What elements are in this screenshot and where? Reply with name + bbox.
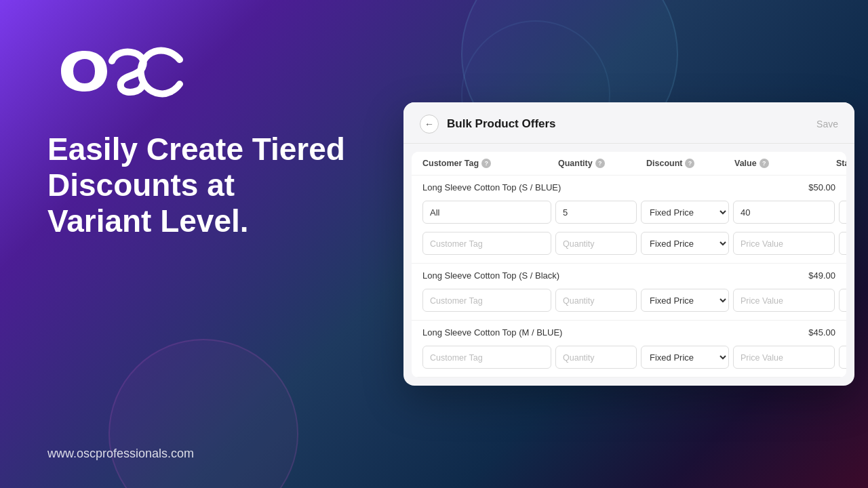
th-discount: Discount ? <box>646 159 734 168</box>
product-section-3: Long Sleeve Cotton Top (M / BLUE) $45.00… <box>412 321 846 378</box>
right-panel: ← Bulk Product Offers Save Customer Tag … <box>403 102 854 386</box>
th-quantity: Quantity ? <box>558 159 646 168</box>
tagline: Easily Create Tiered Discounts at Varian… <box>47 131 346 239</box>
add-row-3: Fixed Price Percentage Add <box>412 342 846 377</box>
filled-row-1: Fixed Price Percentage Disable <box>412 197 846 228</box>
card-header-left: ← Bulk Product Offers <box>420 115 556 134</box>
product-row-2: Long Sleeve Cotton Top (S / Black) $49.0… <box>412 264 846 285</box>
add-row-1: Fixed Price Percentage Add <box>412 228 846 263</box>
info-icon-discount: ? <box>685 159 694 168</box>
value-input-3[interactable] <box>733 346 835 369</box>
table-header: Customer Tag ? Quantity ? Discount ? Val… <box>412 152 846 176</box>
customer-tag-input-1[interactable] <box>422 232 551 255</box>
website-url: www.oscprofessionals.com <box>47 447 346 461</box>
customer-tag-input-2[interactable] <box>422 289 551 312</box>
discount-select-3[interactable]: Fixed Price Percentage <box>641 346 729 369</box>
customer-tag-input-3[interactable] <box>422 346 551 369</box>
add-row-2: Fixed Price Percentage Add <box>412 285 846 320</box>
product-name-3: Long Sleeve Cotton Top (M / BLUE) <box>422 327 562 338</box>
save-button[interactable]: Save <box>816 119 838 129</box>
product-price-2: $49.00 <box>808 270 835 281</box>
logo-area <box>47 41 346 104</box>
th-value: Value ? <box>734 159 836 168</box>
value-input-filled[interactable] <box>733 201 835 224</box>
info-icon-value: ? <box>760 159 769 168</box>
product-name-2: Long Sleeve Cotton Top (S / Black) <box>422 270 559 281</box>
card-title: Bulk Product Offers <box>447 117 556 131</box>
discount-select-filled[interactable]: Fixed Price Percentage <box>641 201 729 224</box>
product-row-1: Long Sleeve Cotton Top (S / BLUE) $50.00 <box>412 176 846 197</box>
bulk-product-offers-card: ← Bulk Product Offers Save Customer Tag … <box>403 102 854 386</box>
back-button[interactable]: ← <box>420 115 439 134</box>
card-body: Customer Tag ? Quantity ? Discount ? Val… <box>412 152 846 378</box>
product-row-3: Long Sleeve Cotton Top (M / BLUE) $45.00 <box>412 321 846 342</box>
add-button-3[interactable]: Add <box>839 346 846 369</box>
left-panel: Easily Create Tiered Discounts at Varian… <box>0 0 380 488</box>
disable-button[interactable]: Disable <box>839 201 846 224</box>
product-section-1: Long Sleeve Cotton Top (S / BLUE) $50.00… <box>412 176 846 264</box>
discount-select-1[interactable]: Fixed Price Percentage <box>641 232 729 255</box>
quantity-input-2[interactable] <box>555 289 637 312</box>
info-icon-customer-tag: ? <box>481 159 491 168</box>
discount-select-2[interactable]: Fixed Price Percentage <box>641 289 729 312</box>
quantity-input-1[interactable] <box>555 232 637 255</box>
product-section-2: Long Sleeve Cotton Top (S / Black) $49.0… <box>412 264 846 321</box>
customer-tag-input-filled[interactable] <box>422 201 551 224</box>
quantity-input-filled[interactable] <box>555 201 637 224</box>
value-input-2[interactable] <box>733 289 835 312</box>
osc-logo <box>47 41 183 102</box>
product-price-3: $45.00 <box>808 327 835 338</box>
card-header: ← Bulk Product Offers Save <box>403 102 854 144</box>
th-customer-tag: Customer Tag ? <box>422 159 558 168</box>
quantity-input-3[interactable] <box>555 346 637 369</box>
info-icon-quantity: ? <box>595 159 605 168</box>
add-button-1[interactable]: Add <box>839 232 846 255</box>
add-button-2[interactable]: Add <box>839 289 846 312</box>
th-status: Status <box>836 159 846 168</box>
tagline-container: Easily Create Tiered Discounts at Varian… <box>47 104 346 239</box>
value-input-1[interactable] <box>733 232 835 255</box>
product-price-1: $50.00 <box>808 182 835 192</box>
product-name-1: Long Sleeve Cotton Top (S / BLUE) <box>422 182 561 192</box>
